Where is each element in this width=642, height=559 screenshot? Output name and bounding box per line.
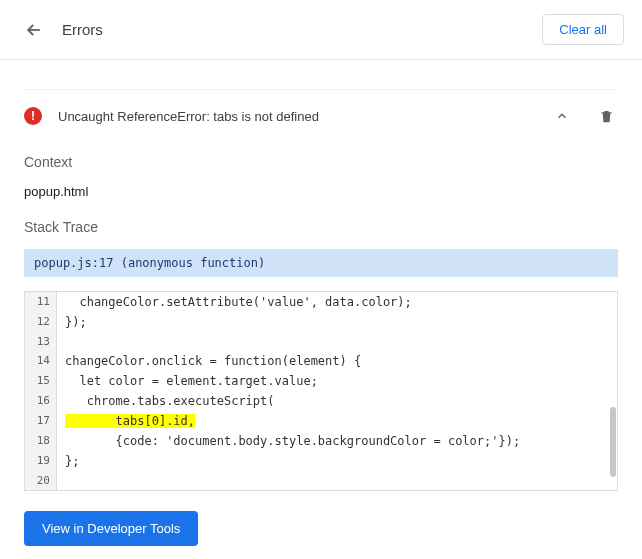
- clear-all-button[interactable]: Clear all: [542, 14, 624, 45]
- context-value: popup.html: [24, 184, 618, 199]
- line-number: 14: [25, 351, 57, 371]
- context-heading: Context: [24, 154, 618, 170]
- code-line: 20: [25, 471, 617, 490]
- code-line: 13: [25, 332, 617, 351]
- code-line: 16 chrome.tabs.executeScript(: [25, 391, 617, 411]
- scrollbar-thumb[interactable]: [610, 407, 616, 477]
- code-line: 11 changeColor.setAttribute('value', dat…: [25, 292, 617, 312]
- line-number: 12: [25, 312, 57, 332]
- code-text: let color = element.target.value;: [57, 371, 318, 391]
- error-panel: ! Uncaught ReferenceError: tabs is not d…: [0, 60, 642, 546]
- code-text: [57, 471, 65, 490]
- code-line: 14changeColor.onclick = function(element…: [25, 351, 617, 371]
- code-text: chrome.tabs.executeScript(: [57, 391, 275, 411]
- code-text: changeColor.onclick = function(element) …: [57, 351, 361, 371]
- page-title: Errors: [62, 21, 103, 38]
- line-number: 18: [25, 431, 57, 451]
- line-number: 20: [25, 471, 57, 490]
- line-number: 19: [25, 451, 57, 471]
- code-text: tabs[0].id,: [57, 411, 195, 431]
- back-arrow-icon[interactable]: [20, 16, 48, 44]
- code-text: });: [57, 312, 87, 332]
- code-text: {code: 'document.body.style.backgroundCo…: [57, 431, 520, 451]
- error-header: ! Uncaught ReferenceError: tabs is not d…: [24, 90, 618, 142]
- code-line: 18 {code: 'document.body.style.backgroun…: [25, 431, 617, 451]
- error-message: Uncaught ReferenceError: tabs is not def…: [58, 109, 319, 124]
- code-snippet: 11 changeColor.setAttribute('value', dat…: [24, 291, 618, 491]
- error-icon: !: [24, 107, 42, 125]
- code-line: 15 let color = element.target.value;: [25, 371, 617, 391]
- code-line: 12});: [25, 312, 617, 332]
- top-bar: Errors Clear all: [0, 0, 642, 60]
- trash-icon[interactable]: [594, 104, 618, 128]
- stack-trace-location[interactable]: popup.js:17 (anonymous function): [24, 249, 618, 277]
- code-text: };: [57, 451, 79, 471]
- line-number: 15: [25, 371, 57, 391]
- line-number: 11: [25, 292, 57, 312]
- line-number: 13: [25, 332, 57, 351]
- chevron-up-icon[interactable]: [550, 104, 574, 128]
- line-number: 17: [25, 411, 57, 431]
- stack-trace-heading: Stack Trace: [24, 219, 618, 235]
- view-devtools-button[interactable]: View in Developer Tools: [24, 511, 198, 546]
- code-text: [57, 332, 65, 351]
- code-line: 17 tabs[0].id,: [25, 411, 617, 431]
- line-number: 16: [25, 391, 57, 411]
- code-line: 19};: [25, 451, 617, 471]
- code-text: changeColor.setAttribute('value', data.c…: [57, 292, 412, 312]
